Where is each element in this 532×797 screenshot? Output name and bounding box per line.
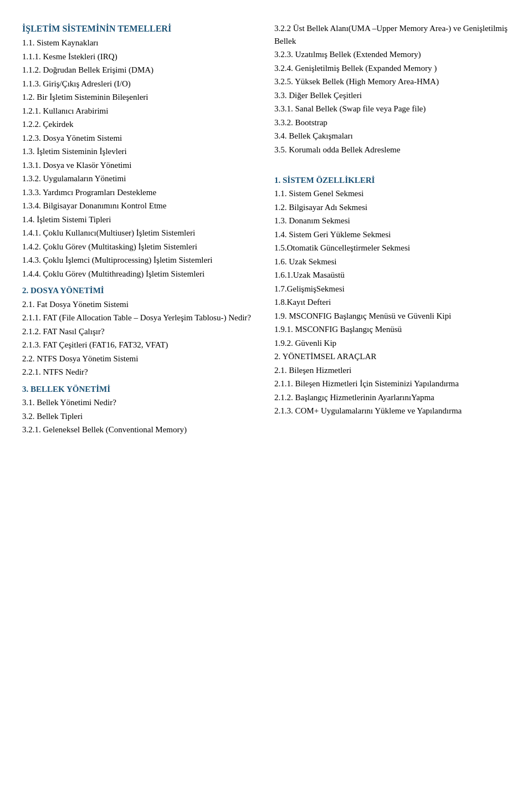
list-item: 1.3.4. Bilgisayar Donanımını Kontrol Etm…	[22, 200, 258, 212]
left-column: İŞLETİM SİSTEMİNİN TEMELLERİ1.1. Sistem …	[22, 22, 258, 437]
list-item: 1.3.3. Yardımcı Programları Destekleme	[22, 186, 258, 199]
list-item: 1.3.2. Uygulamaların Yönetimi	[22, 172, 258, 185]
list-item: 2.1.1. FAT (File Allocation Table – Dosy…	[22, 311, 258, 324]
list-item: 1.4. Sistem Geri Yükleme Sekmesi	[274, 228, 510, 241]
list-item: 1.6. Uzak Sekmesi	[274, 256, 510, 268]
list-item: 1.6.1.Uzak Masaüstü	[274, 269, 510, 282]
list-item: 1.8.Kayıt Defteri	[274, 296, 510, 309]
list-item: 1.4. İşletim Sistemi Tipleri	[22, 213, 258, 226]
section-heading: İŞLETİM SİSTEMİNİN TEMELLERİ	[22, 22, 258, 35]
list-item: 2.2.1. NTFS Nedir?	[22, 366, 258, 379]
list-item: 2. YÖNETİMSEL ARAÇLAR	[274, 350, 510, 363]
list-item: 1.9.2. Güvenli Kip	[274, 337, 510, 350]
list-item: 3.2.4. Genişletilmiş Bellek (Expanded Me…	[274, 62, 510, 75]
list-item: 2.1. Bileşen Hizmetleri	[274, 364, 510, 377]
sub-heading: 1. SİSTEM ÖZELLİKLERİ	[274, 174, 510, 187]
list-item: 3.2.3. Uzatılmış Bellek (Extended Memory…	[274, 48, 510, 61]
list-item: 1.4.4. Çoklu Görev (Multithreading) İşle…	[22, 268, 258, 280]
list-item: 1.1.1. Kesme İstekleri (IRQ)	[22, 50, 258, 63]
list-item: 2.1.2. Başlangıç Hizmetlerinin Ayarların…	[274, 391, 510, 404]
list-item: 3.2. Bellek Tipleri	[22, 410, 258, 423]
list-item: 1.4.1. Çoklu Kullanıcı(Multiuser) İşleti…	[22, 227, 258, 239]
sub-heading: 3. BELLEK YÖNETİMİ	[22, 383, 258, 396]
list-item: 3.1. Bellek Yönetimi Nedir?	[22, 396, 258, 409]
list-item: 2.1.1. Bileşen Hizmetleri İçin Sistemini…	[274, 377, 510, 390]
list-item: 3.2.1. Geleneksel Bellek (Conventional M…	[22, 423, 258, 436]
list-item: 3.5. Korumalı odda Bellek Adresleme	[274, 144, 510, 156]
main-container: İŞLETİM SİSTEMİNİN TEMELLERİ1.1. Sistem …	[22, 22, 510, 437]
list-item: 1.2.1. Kullanıcı Arabirimi	[22, 105, 258, 117]
list-item: 1.2.2. Çekirdek	[22, 118, 258, 131]
sub-heading: 2. DOSYA YÖNETİMİ	[22, 284, 258, 297]
list-item: 1.9.1. MSCONFIG Başlangıç Menüsü	[274, 323, 510, 336]
list-item: 3.3. Diğer Bellek Çeşitleri	[274, 89, 510, 102]
list-item: 1.1. Sistem Kaynakları	[22, 37, 258, 49]
list-item: 1.7.GelişmişSekmesi	[274, 283, 510, 295]
list-item: 2.1.3. COM+ Uygulamalarını Yükleme ve Ya…	[274, 405, 510, 417]
list-item: 2.1.3. FAT Çeşitleri (FAT16, FAT32, VFAT…	[22, 339, 258, 351]
list-item: 3.2.5. Yüksek Bellek (High Memory Area-H…	[274, 75, 510, 88]
list-item: 3.3.2. Bootstrap	[274, 116, 510, 129]
list-item: 1.4.3. Çoklu İşlemci (Multiprocessing) İ…	[22, 254, 258, 267]
list-item: 1.3. İşletim Sisteminin İşlevleri	[22, 145, 258, 158]
list-item: 1.3.1. Dosya ve Klasör Yönetimi	[22, 159, 258, 172]
list-item: 2.1. Fat Dosya Yönetim Sistemi	[22, 298, 258, 311]
list-item: 3.3.1. Sanal Bellek (Swap file veya Page…	[274, 103, 510, 115]
list-item: 3.4. Bellek Çakışmaları	[274, 130, 510, 142]
blank-line	[274, 157, 510, 170]
list-item: 2.1.2. FAT Nasıl Çalışır?	[22, 325, 258, 338]
list-item: 1.1.3. Giriş/Çıkış Adresleri (I/O)	[22, 78, 258, 90]
list-item: 1.4.2. Çoklu Görev (Multitasking) İşleti…	[22, 241, 258, 253]
list-item: 1.2. Bir İşletim Sisteminin Bileşenleri	[22, 91, 258, 104]
list-item: 1.1.2. Doğrudan Bellek Erişimi (DMA)	[22, 64, 258, 76]
list-item: 1.5.Otomatik Güncelleştirmeler Sekmesi	[274, 242, 510, 254]
right-column: 3.2.2 Üst Bellek Alanı(UMA –Upper Memory…	[274, 22, 510, 437]
list-item: 1.3. Donanım Sekmesi	[274, 214, 510, 227]
list-item: 3.2.2 Üst Bellek Alanı(UMA –Upper Memory…	[274, 22, 510, 47]
list-item: 1.2.3. Dosya Yönetim Sistemi	[22, 132, 258, 145]
list-item: 1.2. Bilgisayar Adı Sekmesi	[274, 201, 510, 214]
list-item: 1.1. Sistem Genel Sekmesi	[274, 187, 510, 200]
list-item: 1.9. MSCONFIG Başlangıç Menüsü ve Güvenl…	[274, 310, 510, 323]
list-item: 2.2. NTFS Dosya Yönetim Sistemi	[22, 352, 258, 365]
